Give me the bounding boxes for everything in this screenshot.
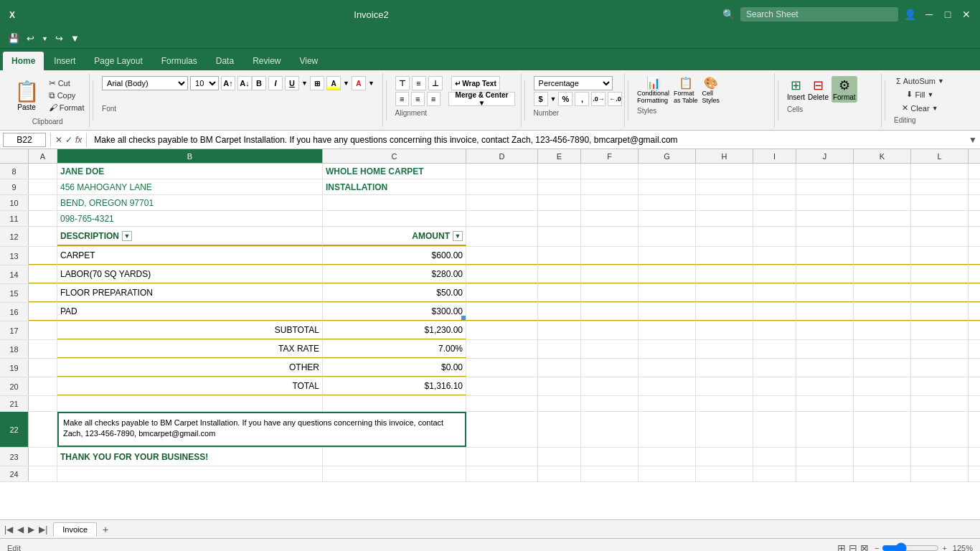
cell-b24[interactable] (57, 466, 323, 481)
cell-c11[interactable] (323, 211, 466, 226)
align-right-button[interactable]: ≡ (427, 92, 440, 106)
cell-a10[interactable] (29, 195, 57, 210)
cell-a14[interactable] (29, 265, 57, 283)
col-header-j[interactable]: J (796, 149, 854, 163)
insert-cells-button[interactable]: ⊞ Insert (787, 77, 805, 101)
cell-m16[interactable] (969, 303, 980, 321)
cell-g21[interactable] (639, 396, 696, 411)
cell-reference-input[interactable] (3, 133, 46, 147)
cell-a15[interactable] (29, 284, 57, 302)
cell-k20[interactable] (854, 377, 911, 395)
cell-i19[interactable] (753, 359, 796, 377)
excel-icon[interactable]: X (7, 8, 20, 21)
cell-f9[interactable] (581, 179, 639, 194)
cell-e19[interactable] (538, 359, 581, 377)
conditional-formatting-button[interactable]: 📊 ConditionalFormatting (637, 76, 669, 104)
cell-f17[interactable] (581, 321, 639, 339)
cell-l22[interactable] (911, 412, 969, 447)
cell-c15[interactable]: $50.00 (323, 284, 466, 302)
qa-undo-dropdown-icon[interactable]: ▼ (39, 34, 50, 44)
cell-j11[interactable] (796, 211, 854, 226)
font-size-select[interactable]: 10 (190, 76, 219, 90)
cell-c16[interactable]: $300.00 (323, 303, 466, 321)
currency-button[interactable]: $ (534, 92, 548, 106)
sheet-tab-invoice[interactable]: Invoice (53, 522, 97, 537)
cell-h20[interactable] (696, 377, 753, 395)
cell-e11[interactable] (538, 211, 581, 226)
qa-save-icon[interactable]: 💾 (6, 32, 22, 45)
cell-l11[interactable] (911, 211, 969, 226)
cell-l23[interactable] (911, 448, 969, 466)
cell-i22[interactable] (753, 412, 796, 447)
cell-l12[interactable] (911, 227, 969, 246)
font-color-button[interactable]: A (352, 76, 366, 90)
cell-e12[interactable] (538, 227, 581, 246)
underline-dropdown[interactable]: ▼ (301, 80, 308, 87)
cell-f8[interactable] (581, 164, 639, 179)
confirm-formula-icon[interactable]: ✓ (65, 135, 72, 145)
percent-button[interactable]: % (558, 92, 573, 106)
cell-k16[interactable] (854, 303, 911, 321)
minimize-icon[interactable]: ─ (923, 8, 936, 21)
format-painter-button[interactable]: 🖌 Format (47, 102, 87, 113)
cell-c13[interactable]: $600.00 (323, 247, 466, 265)
cell-i20[interactable] (753, 377, 796, 395)
formula-input[interactable] (91, 133, 966, 146)
decrease-decimal-button[interactable]: ←.0 (608, 92, 622, 106)
cell-m13[interactable] (969, 247, 980, 265)
cell-a8[interactable] (29, 164, 57, 179)
cell-f14[interactable] (581, 265, 639, 283)
description-filter-button[interactable]: ▼ (122, 231, 132, 241)
cell-h16[interactable] (696, 303, 753, 321)
cell-k15[interactable] (854, 284, 911, 302)
cell-m9[interactable] (969, 179, 980, 194)
cell-a22[interactable] (29, 412, 57, 447)
cell-m20[interactable] (969, 377, 980, 395)
autosum-button[interactable]: Σ AutoSum ▼ (894, 76, 946, 86)
cell-j17[interactable] (796, 321, 854, 339)
zoom-out-icon[interactable]: − (875, 544, 879, 552)
cell-a18[interactable] (29, 340, 57, 358)
cell-m14[interactable] (969, 265, 980, 283)
tab-review[interactable]: Review (244, 52, 289, 70)
cell-m21[interactable] (969, 396, 980, 411)
cell-j15[interactable] (796, 284, 854, 302)
cell-f11[interactable] (581, 211, 639, 226)
tab-formulas[interactable]: Formulas (153, 52, 206, 70)
cell-g13[interactable] (639, 247, 696, 265)
cell-d22[interactable] (466, 412, 538, 447)
cell-g16[interactable] (639, 303, 696, 321)
decrease-font-size-button[interactable]: A↓ (237, 76, 252, 90)
format-as-table-button[interactable]: 📋 Formatas Table (674, 76, 697, 104)
cell-e22[interactable] (538, 412, 581, 447)
cell-d18[interactable] (466, 340, 538, 358)
cell-b13[interactable]: CARPET (57, 247, 323, 265)
cell-m10[interactable] (969, 195, 980, 210)
cell-e8[interactable] (538, 164, 581, 179)
cell-l16[interactable] (911, 303, 969, 321)
font-family-select[interactable]: Arial (Body) (102, 76, 188, 90)
cell-c20[interactable]: $1,316.10 (323, 377, 466, 395)
cell-b22-merged[interactable]: Make all checks payable to BM Carpet Ins… (57, 412, 466, 447)
wrap-text-button[interactable]: ↵ Wrap Text (451, 76, 500, 90)
cell-g12[interactable] (639, 227, 696, 246)
cell-h12[interactable] (696, 227, 753, 246)
align-left-button[interactable]: ≡ (395, 92, 409, 106)
cell-g24[interactable] (639, 466, 696, 481)
zoom-in-icon[interactable]: + (942, 544, 946, 552)
cell-a20[interactable] (29, 377, 57, 395)
format-cells-button[interactable]: ⚙ Format (831, 76, 857, 103)
cell-j13[interactable] (796, 247, 854, 265)
col-header-f[interactable]: F (581, 149, 639, 163)
copy-button[interactable]: ⧉ Copy (47, 90, 87, 101)
cell-k14[interactable] (854, 265, 911, 283)
cell-d14[interactable] (466, 265, 538, 283)
cell-b14[interactable]: LABOR(70 SQ YARDS) (57, 265, 323, 283)
cell-b23[interactable]: THANK YOU FOR YOUR BUSINESS! (57, 448, 323, 466)
fill-color-button[interactable]: A (326, 76, 341, 90)
qa-redo-icon[interactable]: ↪ (53, 32, 65, 45)
cell-f10[interactable] (581, 195, 639, 210)
align-top-button[interactable]: ⊤ (395, 76, 410, 90)
col-header-l[interactable]: L (911, 149, 969, 163)
formula-expand-icon[interactable]: ▼ (969, 135, 977, 145)
